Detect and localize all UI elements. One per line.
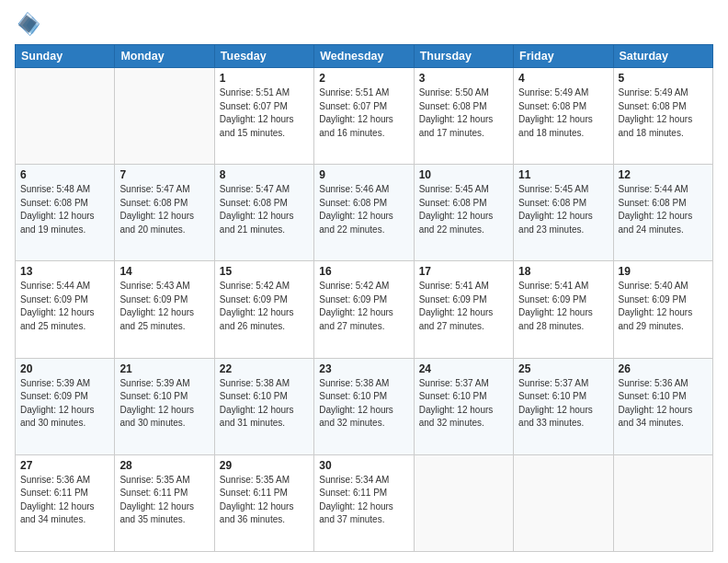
- day-info: Sunrise: 5:36 AM Sunset: 6:11 PM Dayligh…: [20, 474, 109, 527]
- calendar-cell: 7Sunrise: 5:47 AM Sunset: 6:08 PM Daylig…: [115, 165, 214, 261]
- logo: [15, 11, 44, 37]
- day-number: 19: [619, 265, 708, 278]
- calendar-cell: [514, 454, 613, 551]
- day-info: Sunrise: 5:36 AM Sunset: 6:10 PM Dayligh…: [619, 377, 708, 431]
- calendar-cell: 13Sunrise: 5:44 AM Sunset: 6:09 PM Dayli…: [16, 261, 115, 358]
- calendar-cell: 27Sunrise: 5:36 AM Sunset: 6:11 PM Dayli…: [16, 454, 115, 551]
- day-number: 27: [20, 459, 109, 472]
- calendar-table: SundayMondayTuesdayWednesdayThursdayFrid…: [15, 44, 713, 552]
- day-number: 10: [419, 168, 508, 181]
- calendar-cell: 3Sunrise: 5:50 AM Sunset: 6:08 PM Daylig…: [414, 68, 513, 165]
- day-header-thursday: Thursday: [414, 45, 513, 68]
- day-info: Sunrise: 5:37 AM Sunset: 6:10 PM Dayligh…: [419, 377, 508, 431]
- day-number: 12: [619, 168, 708, 181]
- calendar-cell: 8Sunrise: 5:47 AM Sunset: 6:08 PM Daylig…: [214, 165, 313, 261]
- day-info: Sunrise: 5:41 AM Sunset: 6:09 PM Dayligh…: [419, 280, 508, 333]
- day-info: Sunrise: 5:39 AM Sunset: 6:10 PM Dayligh…: [119, 377, 209, 431]
- calendar-cell: 26Sunrise: 5:36 AM Sunset: 6:10 PM Dayli…: [613, 358, 712, 454]
- day-number: 25: [518, 362, 608, 375]
- calendar-cell: 28Sunrise: 5:35 AM Sunset: 6:11 PM Dayli…: [115, 454, 214, 551]
- day-info: Sunrise: 5:42 AM Sunset: 6:09 PM Dayligh…: [319, 280, 408, 333]
- day-number: 23: [319, 362, 408, 375]
- day-header-friday: Friday: [514, 45, 613, 68]
- day-number: 29: [220, 459, 309, 472]
- day-number: 6: [20, 168, 109, 181]
- calendar-cell: 1Sunrise: 5:51 AM Sunset: 6:07 PM Daylig…: [214, 68, 313, 165]
- calendar-cell: 2Sunrise: 5:51 AM Sunset: 6:07 PM Daylig…: [314, 68, 414, 165]
- header: [15, 11, 713, 37]
- day-number: 26: [619, 362, 708, 375]
- day-number: 4: [518, 72, 608, 85]
- day-number: 8: [220, 168, 309, 181]
- day-info: Sunrise: 5:44 AM Sunset: 6:09 PM Dayligh…: [20, 280, 109, 333]
- day-header-monday: Monday: [115, 45, 214, 68]
- day-info: Sunrise: 5:38 AM Sunset: 6:10 PM Dayligh…: [319, 377, 408, 431]
- calendar-week-row: 27Sunrise: 5:36 AM Sunset: 6:11 PM Dayli…: [16, 454, 713, 551]
- calendar-week-row: 1Sunrise: 5:51 AM Sunset: 6:07 PM Daylig…: [16, 68, 713, 165]
- day-info: Sunrise: 5:39 AM Sunset: 6:09 PM Dayligh…: [20, 377, 109, 431]
- day-number: 30: [319, 459, 408, 472]
- day-number: 20: [20, 362, 109, 375]
- calendar-cell: 9Sunrise: 5:46 AM Sunset: 6:08 PM Daylig…: [314, 165, 414, 261]
- calendar-cell: 15Sunrise: 5:42 AM Sunset: 6:09 PM Dayli…: [214, 261, 313, 358]
- day-info: Sunrise: 5:41 AM Sunset: 6:09 PM Dayligh…: [518, 280, 608, 333]
- day-info: Sunrise: 5:49 AM Sunset: 6:08 PM Dayligh…: [518, 86, 608, 140]
- day-number: 13: [20, 265, 109, 278]
- calendar-cell: 20Sunrise: 5:39 AM Sunset: 6:09 PM Dayli…: [16, 358, 115, 454]
- day-info: Sunrise: 5:45 AM Sunset: 6:08 PM Dayligh…: [518, 183, 608, 236]
- calendar-cell: 24Sunrise: 5:37 AM Sunset: 6:10 PM Dayli…: [414, 358, 513, 454]
- calendar-header-row: SundayMondayTuesdayWednesdayThursdayFrid…: [16, 45, 713, 68]
- day-number: 24: [419, 362, 508, 375]
- day-info: Sunrise: 5:48 AM Sunset: 6:08 PM Dayligh…: [20, 183, 109, 236]
- calendar-cell: 16Sunrise: 5:42 AM Sunset: 6:09 PM Dayli…: [314, 261, 414, 358]
- day-info: Sunrise: 5:45 AM Sunset: 6:08 PM Dayligh…: [419, 183, 508, 236]
- calendar-cell: 22Sunrise: 5:38 AM Sunset: 6:10 PM Dayli…: [214, 358, 313, 454]
- page: SundayMondayTuesdayWednesdayThursdayFrid…: [0, 0, 728, 563]
- calendar-cell: 14Sunrise: 5:43 AM Sunset: 6:09 PM Dayli…: [115, 261, 214, 358]
- day-header-wednesday: Wednesday: [314, 45, 414, 68]
- calendar-cell: [414, 454, 513, 551]
- day-number: 22: [220, 362, 309, 375]
- calendar-cell: 30Sunrise: 5:34 AM Sunset: 6:11 PM Dayli…: [314, 454, 414, 551]
- day-number: 2: [319, 72, 408, 85]
- day-info: Sunrise: 5:50 AM Sunset: 6:08 PM Dayligh…: [419, 86, 508, 140]
- day-info: Sunrise: 5:47 AM Sunset: 6:08 PM Dayligh…: [220, 183, 309, 236]
- calendar-cell: [115, 68, 214, 165]
- calendar-cell: 19Sunrise: 5:40 AM Sunset: 6:09 PM Dayli…: [613, 261, 712, 358]
- calendar-cell: [613, 454, 712, 551]
- day-header-sunday: Sunday: [16, 45, 115, 68]
- day-number: 7: [119, 168, 209, 181]
- calendar-week-row: 13Sunrise: 5:44 AM Sunset: 6:09 PM Dayli…: [16, 261, 713, 358]
- calendar-cell: 18Sunrise: 5:41 AM Sunset: 6:09 PM Dayli…: [514, 261, 613, 358]
- day-number: 3: [419, 72, 508, 85]
- day-info: Sunrise: 5:51 AM Sunset: 6:07 PM Dayligh…: [319, 86, 408, 140]
- day-info: Sunrise: 5:43 AM Sunset: 6:09 PM Dayligh…: [119, 280, 209, 333]
- logo-icon: [15, 11, 40, 37]
- day-number: 5: [619, 72, 708, 85]
- calendar-cell: 21Sunrise: 5:39 AM Sunset: 6:10 PM Dayli…: [115, 358, 214, 454]
- day-info: Sunrise: 5:46 AM Sunset: 6:08 PM Dayligh…: [319, 183, 408, 236]
- day-info: Sunrise: 5:40 AM Sunset: 6:09 PM Dayligh…: [619, 280, 708, 333]
- day-info: Sunrise: 5:37 AM Sunset: 6:10 PM Dayligh…: [518, 377, 608, 431]
- day-info: Sunrise: 5:44 AM Sunset: 6:08 PM Dayligh…: [619, 183, 708, 236]
- day-number: 11: [518, 168, 608, 181]
- day-number: 17: [419, 265, 508, 278]
- calendar-cell: 4Sunrise: 5:49 AM Sunset: 6:08 PM Daylig…: [514, 68, 613, 165]
- day-info: Sunrise: 5:35 AM Sunset: 6:11 PM Dayligh…: [220, 474, 309, 527]
- calendar-cell: 25Sunrise: 5:37 AM Sunset: 6:10 PM Dayli…: [514, 358, 613, 454]
- calendar-cell: 6Sunrise: 5:48 AM Sunset: 6:08 PM Daylig…: [16, 165, 115, 261]
- day-number: 28: [119, 459, 209, 472]
- day-number: 1: [220, 72, 309, 85]
- day-number: 18: [518, 265, 608, 278]
- calendar-cell: 23Sunrise: 5:38 AM Sunset: 6:10 PM Dayli…: [314, 358, 414, 454]
- day-number: 15: [220, 265, 309, 278]
- day-info: Sunrise: 5:38 AM Sunset: 6:10 PM Dayligh…: [220, 377, 309, 431]
- calendar-cell: 12Sunrise: 5:44 AM Sunset: 6:08 PM Dayli…: [613, 165, 712, 261]
- day-number: 14: [119, 265, 209, 278]
- day-info: Sunrise: 5:34 AM Sunset: 6:11 PM Dayligh…: [319, 474, 408, 527]
- calendar-cell: 11Sunrise: 5:45 AM Sunset: 6:08 PM Dayli…: [514, 165, 613, 261]
- day-number: 16: [319, 265, 408, 278]
- day-info: Sunrise: 5:51 AM Sunset: 6:07 PM Dayligh…: [220, 86, 309, 140]
- calendar-cell: [16, 68, 115, 165]
- day-header-tuesday: Tuesday: [214, 45, 313, 68]
